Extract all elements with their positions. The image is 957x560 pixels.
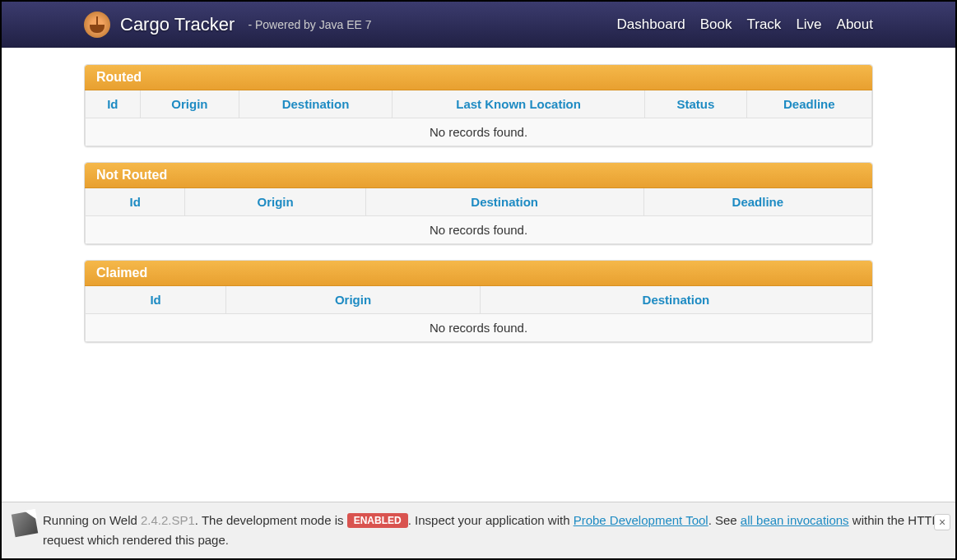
brand: Cargo Tracker - Powered by Java EE 7: [84, 12, 372, 38]
logo-icon: [84, 12, 110, 38]
close-button[interactable]: ×: [934, 514, 950, 530]
table-claimed: Id Origin Destination No records found.: [85, 286, 872, 342]
col-destination[interactable]: Destination: [239, 90, 393, 118]
panel-routed-header: Routed: [85, 65, 872, 90]
footer-text-2: . The development mode is: [195, 513, 347, 527]
table-row: Id Origin Destination Last Known Locatio…: [86, 90, 872, 118]
panel-claimed: Claimed Id Origin Destination No records…: [84, 260, 873, 343]
footer-bar: Running on Weld 2.4.2.SP1. The developme…: [2, 502, 955, 558]
col-deadline[interactable]: Deadline: [643, 188, 871, 216]
empty-message: No records found.: [86, 314, 872, 342]
navbar: Cargo Tracker - Powered by Java EE 7 Das…: [2, 2, 955, 48]
weld-version: 2.4.2.SP1: [141, 513, 195, 527]
footer-text-1: Running on Weld: [43, 513, 141, 527]
table-routed: Id Origin Destination Last Known Locatio…: [85, 90, 872, 146]
table-row: No records found.: [86, 314, 872, 342]
footer-text-4: . See: [708, 513, 741, 527]
nav-about[interactable]: About: [837, 16, 873, 33]
col-origin[interactable]: Origin: [140, 90, 239, 118]
col-id[interactable]: Id: [86, 286, 226, 314]
panel-routed: Routed Id Origin Destination Last Known …: [84, 64, 873, 147]
probe-tool-link[interactable]: Probe Development Tool: [574, 513, 708, 527]
empty-message: No records found.: [86, 118, 872, 146]
panel-not-routed: Not Routed Id Origin Destination Deadlin…: [84, 162, 873, 245]
table-not-routed: Id Origin Destination Deadline No record…: [85, 188, 872, 244]
nav-book[interactable]: Book: [700, 16, 732, 33]
footer-text: Running on Weld 2.4.2.SP1. The developme…: [43, 511, 944, 550]
app-subtitle: - Powered by Java EE 7: [248, 18, 371, 31]
col-id[interactable]: Id: [86, 90, 141, 118]
footer-text-3: . Inspect your application with: [408, 513, 574, 527]
bean-invocations-link[interactable]: all bean invocations: [741, 513, 849, 527]
col-status[interactable]: Status: [645, 90, 746, 118]
col-origin[interactable]: Origin: [226, 286, 481, 314]
panel-not-routed-header: Not Routed: [85, 163, 872, 188]
weld-icon: [12, 511, 38, 537]
nav-links: Dashboard Book Track Live About: [617, 16, 873, 33]
nav-dashboard[interactable]: Dashboard: [617, 16, 685, 33]
table-row: No records found.: [86, 216, 872, 244]
app-title: Cargo Tracker: [120, 14, 235, 35]
col-destination[interactable]: Destination: [365, 188, 643, 216]
col-deadline[interactable]: Deadline: [746, 90, 871, 118]
col-last-known-location[interactable]: Last Known Location: [392, 90, 645, 118]
table-row: Id Origin Destination Deadline: [86, 188, 872, 216]
close-icon: ×: [939, 516, 945, 529]
table-row: Id Origin Destination: [86, 286, 872, 314]
nav-track[interactable]: Track: [747, 16, 782, 33]
table-row: No records found.: [86, 118, 872, 146]
col-origin[interactable]: Origin: [185, 188, 365, 216]
nav-live[interactable]: Live: [796, 16, 821, 33]
panel-claimed-header: Claimed: [85, 261, 872, 286]
content: Routed Id Origin Destination Last Known …: [2, 48, 955, 374]
col-destination[interactable]: Destination: [480, 286, 871, 314]
col-id[interactable]: Id: [86, 188, 185, 216]
empty-message: No records found.: [86, 216, 872, 244]
enabled-badge: ENABLED: [347, 513, 408, 528]
